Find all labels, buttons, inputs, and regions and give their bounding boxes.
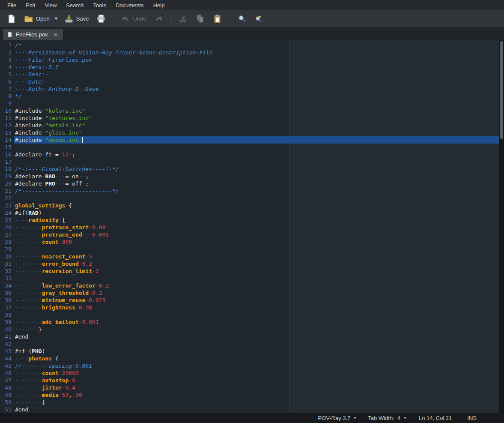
- print-button[interactable]: [93, 12, 109, 26]
- code-line-6[interactable]: 6····Date:·: [0, 78, 504, 85]
- line-number: 43: [0, 348, 14, 355]
- code-text: //········spacing·0.001: [14, 362, 504, 369]
- code-line-11[interactable]: 11#include·"textures.inc": [0, 114, 504, 122]
- code-line-10[interactable]: 10#include·"kolors.inc": [0, 107, 504, 114]
- code-line-32[interactable]: 32········recursion_limit·2: [0, 267, 504, 275]
- print-icon: [96, 14, 106, 24]
- code-text: [14, 195, 504, 202]
- line-number: 5: [0, 71, 14, 78]
- code-line-35[interactable]: 35········gray_threshold·0.2: [0, 289, 504, 297]
- code-line-27[interactable]: 27········pretrace_end···0.005: [0, 231, 504, 238]
- document-icon: [7, 31, 13, 38]
- code-line-51[interactable]: 51#end: [0, 406, 504, 413]
- code-line-3[interactable]: 3····File:·FireFlies.pov: [0, 56, 504, 63]
- code-text: ········count·300: [14, 238, 504, 246]
- line-number: 11: [0, 114, 14, 122]
- code-line-13[interactable]: 13#include·"glass.inc": [0, 129, 504, 136]
- line-number: 13: [0, 129, 14, 136]
- code-line-24[interactable]: 24#if(RAD): [0, 209, 504, 216]
- code-line-46[interactable]: 46········count·20000: [0, 369, 504, 377]
- code-line-1[interactable]: 1/*: [0, 42, 504, 49]
- code-line-8[interactable]: 8*/: [0, 93, 504, 100]
- save-button[interactable]: Save: [61, 12, 92, 26]
- open-button[interactable]: Open: [21, 12, 53, 26]
- menu-item-help[interactable]: Help: [149, 1, 169, 9]
- code-line-33[interactable]: 33: [0, 275, 504, 282]
- line-number: 23: [0, 202, 14, 209]
- code-text: ········gray_threshold·0.2: [14, 289, 504, 297]
- code-line-43[interactable]: 43#if·(PHO): [0, 348, 504, 355]
- code-line-9[interactable]: 9: [0, 100, 504, 107]
- code-line-19[interactable]: 19#declare·RAD···=·on··;: [0, 173, 504, 180]
- code-line-36[interactable]: 36········minimum_reuse·0.015: [0, 297, 504, 304]
- open-dropdown-button[interactable]: [52, 12, 60, 26]
- code-line-5[interactable]: 5····Desc:·: [0, 71, 504, 78]
- code-line-21[interactable]: 21/*·-------------------------·*/: [0, 187, 504, 195]
- code-line-22[interactable]: 22: [0, 195, 504, 202]
- code-line-40[interactable]: 40·······}: [0, 326, 504, 333]
- code-line-28[interactable]: 28········count·300: [0, 238, 504, 246]
- code-line-30[interactable]: 30········nearest_count·5: [0, 253, 504, 260]
- code-text: ····Desc:·: [14, 71, 504, 78]
- language-selector[interactable]: POV-Ray 3.7: [315, 414, 359, 422]
- code-line-49[interactable]: 49········media·50,·30: [0, 391, 504, 399]
- code-line-16[interactable]: 16#declare·ft·=·12·;: [0, 151, 504, 158]
- code-line-47[interactable]: 47········autostop·0: [0, 377, 504, 384]
- find-button[interactable]: [234, 12, 250, 26]
- tab-close-button[interactable]: ×: [52, 31, 59, 38]
- code-line-14[interactable]: 14#include·"woods.inc": [0, 136, 504, 144]
- code-text: ····photons·{: [14, 355, 504, 362]
- menu-item-view[interactable]: View: [41, 1, 60, 9]
- code-line-42[interactable]: 42: [0, 340, 504, 348]
- line-number: 26: [0, 224, 14, 231]
- code-line-29[interactable]: 29: [0, 246, 504, 253]
- line-number: 12: [0, 122, 14, 129]
- menu-item-file[interactable]: File: [3, 1, 20, 9]
- code-text: ········media·50,·30: [14, 391, 504, 399]
- code-line-18[interactable]: 18/*·!---·Global·Switches·---!·*/: [0, 165, 504, 173]
- code-line-15[interactable]: 15: [0, 144, 504, 151]
- code-line-34[interactable]: 34········low_error_factor·0.2: [0, 282, 504, 289]
- code-line-37[interactable]: 37········brightness·0.98: [0, 304, 504, 311]
- code-line-7[interactable]: 7····Auth:·Anthony·D.·Baye: [0, 85, 504, 93]
- code-text: /*: [14, 42, 504, 49]
- code-text: [14, 340, 504, 348]
- code-line-20[interactable]: 20#declare·PHO···=·off·;: [0, 180, 504, 187]
- code-line-44[interactable]: 44····photons·{: [0, 355, 504, 362]
- code-text: /*·!---·Global·Switches·---!·*/: [14, 165, 504, 173]
- tab-width-selector[interactable]: Tab Width: 4: [365, 414, 409, 422]
- code-text: ········pretrace_start·0.08: [14, 224, 504, 231]
- code-line-41[interactable]: 41#end: [0, 333, 504, 340]
- paste-button[interactable]: [209, 12, 226, 26]
- code-line-45[interactable]: 45//········spacing·0.001: [0, 362, 504, 369]
- menu-item-tools[interactable]: Tools: [89, 1, 110, 9]
- code-line-48[interactable]: 48········jitter·0.4: [0, 384, 504, 391]
- menu-item-search[interactable]: Search: [62, 1, 87, 9]
- find-replace-button[interactable]: [251, 12, 267, 26]
- code-line-50[interactable]: 50········}: [0, 399, 504, 406]
- code-line-38[interactable]: 38: [0, 311, 504, 318]
- line-number: 28: [0, 238, 14, 246]
- code-line-39[interactable]: 39········adc_bailout·0.001: [0, 318, 504, 326]
- menu-item-documents[interactable]: Documents: [112, 1, 148, 9]
- code-line-23[interactable]: 23global_settings·{: [0, 202, 504, 209]
- new-document-button[interactable]: [3, 12, 20, 26]
- code-text: ········adc_bailout·0.001: [14, 318, 504, 326]
- code-line-31[interactable]: 31········error_bound·0.2: [0, 260, 504, 267]
- scrollbar-thumb[interactable]: [500, 41, 503, 139]
- vertical-scrollbar[interactable]: [499, 40, 504, 413]
- code-line-12[interactable]: 12#include·"metals.inc": [0, 122, 504, 129]
- code-line-26[interactable]: 26········pretrace_start·0.08: [0, 224, 504, 231]
- code-line-4[interactable]: 4····Vers:·3.7: [0, 63, 504, 71]
- menu-item-edit[interactable]: Edit: [22, 1, 39, 9]
- code-text: [14, 144, 504, 151]
- tab-bar: FireFlies.pov ×: [0, 27, 504, 40]
- code-text: ········minimum_reuse·0.015: [14, 297, 504, 304]
- code-text: #include·"glass.inc": [14, 129, 504, 136]
- code-text: #end: [14, 406, 504, 413]
- code-line-25[interactable]: 25····radiosity·{: [0, 216, 504, 224]
- code-line-2[interactable]: 2····Persistence·of·Vision·Ray·Tracer·Sc…: [0, 49, 504, 56]
- code-line-17[interactable]: 17: [0, 158, 504, 165]
- editor[interactable]: 1/*2····Persistence·of·Vision·Ray·Tracer…: [0, 40, 504, 413]
- tab-fireflies[interactable]: FireFlies.pov ×: [2, 29, 63, 40]
